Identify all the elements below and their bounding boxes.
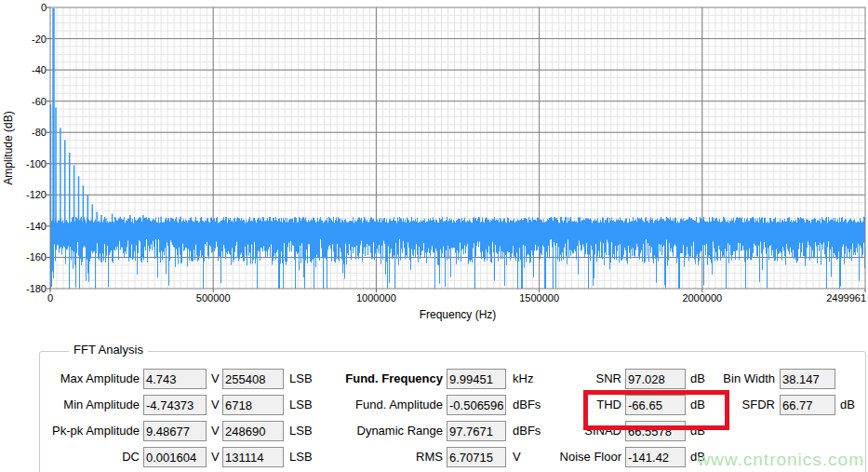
sinad-field[interactable] [625,421,686,441]
x-tick-label: 0 [47,292,53,303]
y-tick-label: 0 [7,2,47,13]
max-amplitude-label: Max Amplitude [33,369,140,389]
pkpk-amplitude-v-unit: V [211,421,220,441]
bin-width-field[interactable] [780,369,835,389]
fft-spectrum-chart: Amplitude (dB) Frequency (Hz) 0-20-40-60… [0,0,868,330]
dynamic-range-field[interactable] [447,421,506,441]
y-tick-label: -20 [7,34,47,45]
x-tick-label: 2499961 [826,292,866,303]
min-amplitude-v-unit: V [211,395,220,415]
pkpk-amplitude-v-field[interactable] [143,421,207,441]
max-amplitude-lsb-unit: LSB [289,369,313,389]
y-tick-label: -80 [7,127,47,138]
y-tick-label: -120 [7,189,47,200]
rms-label: RMS [326,447,443,467]
spectrum-plot [0,0,868,330]
dc-label: DC [33,447,140,467]
noise-floor-label: Noise Floor [515,447,621,467]
y-tick-label: -180 [7,283,47,294]
sfdr-unit: dB [840,395,855,415]
min-amplitude-lsb-unit: LSB [289,395,313,415]
snr-field[interactable] [625,369,686,389]
fft-analyzer-window: { "chart_data": { "type": "line", "title… [0,0,868,472]
fund-frequency-field[interactable] [447,369,506,389]
min-amplitude-label: Min Amplitude [33,395,140,415]
thd-label: THD [515,395,621,415]
sfdr-field[interactable] [780,395,835,415]
dc-lsb-field[interactable] [222,447,284,467]
y-tick-label: -160 [7,251,47,263]
thd-field[interactable] [625,395,686,415]
snr-label: SNR [515,369,621,389]
dynamic-range-label: Dynamic Range [326,421,443,441]
y-tick-label: -100 [7,158,47,169]
fund-frequency-label: Fund. Frequency [326,369,443,389]
watermark-text: www.cntronics.com [697,450,864,470]
x-tick-label: 1000000 [356,292,396,303]
x-tick-label: 2000000 [682,292,722,303]
dc-lsb-unit: LSB [289,447,313,467]
y-tick-label: -140 [7,221,47,232]
dc-v-unit: V [211,447,220,467]
dc-v-field[interactable] [143,447,207,467]
x-axis-title: Frequency (Hz) [420,308,497,321]
pkpk-amplitude-lsb-field[interactable] [222,421,284,441]
fund-amplitude-label: Fund. Amplitude [326,395,443,415]
sfdr-label: SFDR [701,395,775,415]
y-tick-label: -60 [7,96,47,107]
rms-field[interactable] [447,447,506,467]
pkpk-amplitude-label: Pk-pk Amplitude [33,421,140,441]
max-amplitude-lsb-field[interactable] [222,369,284,389]
x-tick-label: 1500000 [519,292,559,303]
fund-amplitude-field[interactable] [447,395,506,415]
bin-width-label: Bin Width [701,369,775,389]
y-axis-title: Amplitude (dB) [2,111,15,184]
x-tick-label: 500000 [196,292,231,303]
pkpk-amplitude-lsb-unit: LSB [289,421,313,441]
noise-floor-field[interactable] [625,447,686,467]
y-tick-label: -40 [7,64,47,75]
max-amplitude-v-unit: V [211,369,220,389]
panel-title: FFT Analysis [69,343,148,357]
sinad-unit: dB [690,421,705,441]
min-amplitude-lsb-field[interactable] [222,395,284,415]
min-amplitude-v-field[interactable] [143,395,207,415]
max-amplitude-v-field[interactable] [143,369,207,389]
sinad-label: SINAD [515,421,621,441]
